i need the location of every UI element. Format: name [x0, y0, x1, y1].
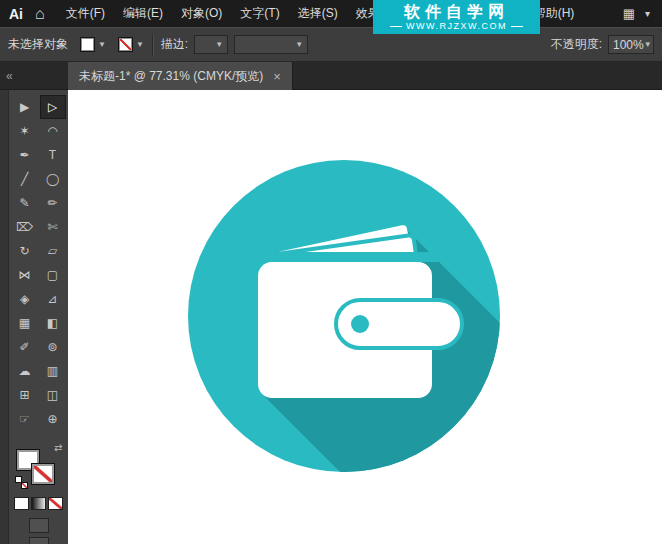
tool-pen[interactable]: ✒: [12, 143, 38, 167]
document-tab-title: 未标题-1* @ 77.31% (CMYK/预览): [79, 68, 263, 85]
watermark-url: WWW.RJZXW.COM: [390, 21, 523, 32]
panel-dock-strip: [0, 90, 9, 544]
tool-pencil[interactable]: ✏: [40, 191, 66, 215]
caret-down-icon: ▼: [644, 41, 652, 49]
stroke-color-picker[interactable]: ▼: [118, 37, 144, 52]
tool-rotate[interactable]: ↻: [12, 239, 38, 263]
paint-mode-buttons: [14, 497, 63, 510]
tool-paintbrush[interactable]: ✎: [12, 191, 38, 215]
tool-scissors[interactable]: ✄: [40, 215, 66, 239]
tool-direct-selection[interactable]: ▷: [40, 95, 66, 119]
stroke-none-swatch-icon[interactable]: [118, 37, 133, 52]
toolbar-collapse-icon[interactable]: «: [0, 62, 68, 89]
tool-type[interactable]: T: [40, 143, 66, 167]
wallet-gap-band: [252, 252, 438, 262]
document-tab[interactable]: 未标题-1* @ 77.31% (CMYK/预览) ×: [68, 62, 293, 90]
tool-ellipse[interactable]: ◯: [40, 167, 66, 191]
menubar-right: ▦ ▾: [623, 6, 662, 21]
gradient-mode-button[interactable]: [31, 497, 46, 510]
default-fill-stroke-icon[interactable]: [15, 476, 28, 489]
tool-perspective-grid[interactable]: ⊿: [40, 287, 66, 311]
fill-color-picker[interactable]: ▼: [80, 37, 106, 52]
tool-shape-builder[interactable]: ◈: [12, 287, 38, 311]
home-icon[interactable]: ⌂: [33, 0, 57, 27]
app-logo[interactable]: Ai: [0, 6, 33, 22]
caret-down-icon: ▼: [215, 41, 223, 49]
tool-scale[interactable]: ▱: [40, 239, 66, 263]
tool-lasso[interactable]: ◠: [40, 119, 66, 143]
tool-symbol-sprayer[interactable]: ☁: [12, 359, 38, 383]
tool-magic-wand[interactable]: ✶: [12, 119, 38, 143]
tab-close-icon[interactable]: ×: [273, 70, 281, 83]
wallet-button[interactable]: [351, 315, 369, 333]
tool-width[interactable]: ⋈: [12, 263, 38, 287]
draw-mode-button[interactable]: [29, 518, 49, 533]
tool-gradient[interactable]: ◧: [40, 311, 66, 335]
tool-mesh[interactable]: ▦: [12, 311, 38, 335]
tool-free-transform[interactable]: ▢: [40, 263, 66, 287]
watermark-title: 软件自学网: [404, 3, 509, 21]
opacity-group: 不透明度: 100% ▼: [551, 35, 654, 54]
fill-stroke-control: ⇄: [15, 443, 63, 489]
menu-object[interactable]: 对象(O): [172, 0, 231, 27]
divider: [152, 34, 153, 56]
chevron-down-icon[interactable]: ▾: [645, 8, 650, 19]
swap-fill-stroke-icon[interactable]: ⇄: [54, 443, 62, 453]
tool-hand[interactable]: ☞: [12, 407, 38, 431]
fill-swatch-icon[interactable]: [80, 37, 95, 52]
opacity-label: 不透明度:: [551, 36, 602, 53]
stroke-swatch[interactable]: [32, 464, 54, 484]
stroke-profile-select[interactable]: ▼: [234, 35, 308, 54]
opacity-value-select[interactable]: 100% ▼: [608, 35, 654, 54]
selection-status: 未选择对象: [8, 36, 68, 53]
menu-file[interactable]: 文件(F): [57, 0, 114, 27]
control-bar: 未选择对象 ▼ ▼ 描边: ▼ ▼ 不透明度: 100% ▼: [0, 27, 662, 62]
menu-select[interactable]: 选择(S): [289, 0, 347, 27]
tool-eraser[interactable]: ⌦: [12, 215, 38, 239]
toolbar-bottom-buttons: [29, 518, 49, 544]
default-stroke-icon: [21, 482, 28, 489]
caret-down-icon[interactable]: ▼: [136, 41, 144, 49]
menu-bar: Ai ⌂ 文件(F) 编辑(E) 对象(O) 文字(T) 选择(S) 效果(C)…: [0, 0, 662, 27]
caret-down-icon[interactable]: ▼: [98, 41, 106, 49]
opacity-value: 100%: [613, 38, 644, 52]
tool-grid: ▶ ▷ ✶ ◠ ✒ T: [12, 95, 66, 431]
tools-panel: ▶ ▷ ✶ ◠ ✒ T: [9, 90, 68, 544]
document-tab-bar: « 未标题-1* @ 77.31% (CMYK/预览) ×: [0, 62, 662, 90]
none-mode-button[interactable]: [48, 497, 63, 510]
tool-selection[interactable]: ▶: [12, 95, 38, 119]
screen-mode-button[interactable]: [29, 537, 49, 544]
artboard-canvas[interactable]: [68, 90, 662, 544]
wallet-artwork[interactable]: [68, 90, 662, 544]
tool-artboard[interactable]: ⊞: [12, 383, 38, 407]
tool-zoom[interactable]: ⊕: [40, 407, 66, 431]
tool-column-graph[interactable]: ▥: [40, 359, 66, 383]
stroke-weight-select[interactable]: ▼: [194, 35, 228, 54]
stroke-label: 描边:: [161, 36, 188, 53]
watermark: 软件自学网 WWW.RJZXW.COM: [373, 0, 540, 34]
menu-edit[interactable]: 编辑(E): [114, 0, 172, 27]
workspace-switcher-icon[interactable]: ▦: [623, 6, 635, 21]
illustrator-window: Ai ⌂ 文件(F) 编辑(E) 对象(O) 文字(T) 选择(S) 效果(C)…: [0, 0, 662, 544]
tool-line-segment[interactable]: ╱: [12, 167, 38, 191]
tool-eyedropper[interactable]: ✐: [12, 335, 38, 359]
color-mode-button[interactable]: [14, 497, 29, 510]
tool-blend[interactable]: ⊚: [40, 335, 66, 359]
caret-down-icon: ▼: [295, 41, 303, 49]
menu-type[interactable]: 文字(T): [231, 0, 288, 27]
tool-slice[interactable]: ◫: [40, 383, 66, 407]
